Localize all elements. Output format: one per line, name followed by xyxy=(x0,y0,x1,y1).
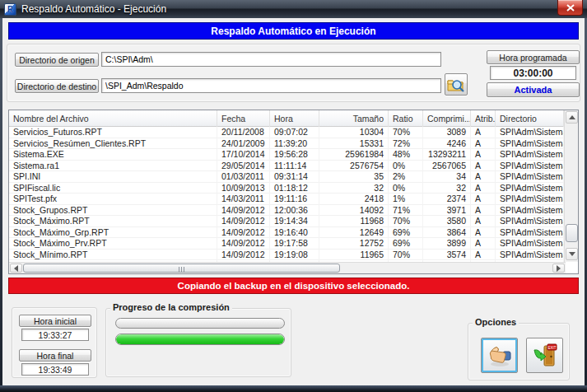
column-header-ratio[interactable]: Ratio xyxy=(389,110,423,127)
scroll-up-button[interactable] xyxy=(566,111,578,124)
table-cell: 25961984 xyxy=(319,149,389,161)
table-row[interactable]: SPITest.pfx14/03/201119:11:1624181%2374A… xyxy=(9,194,564,205)
table-cell: 29/05/2014 xyxy=(217,161,270,172)
table-cell: 10304 xyxy=(319,127,389,138)
table-cell: 14/09/2012 xyxy=(217,238,270,250)
end-time-label: Hora final xyxy=(37,351,74,361)
file-table-body: Servicios_Futuros.RPT20/11/200809:07:021… xyxy=(9,127,564,262)
column-header-name[interactable]: Nombre del Archivo xyxy=(9,110,217,127)
scheduled-time-label: Hora programada xyxy=(499,53,566,63)
table-row[interactable]: Stock_Grupos.RPT14/09/201212:00:36140927… xyxy=(9,205,564,217)
table-cell: 71% xyxy=(389,205,423,217)
scheduled-time-field[interactable]: 03:00:00 xyxy=(490,66,576,80)
table-cell: 11968 xyxy=(319,216,389,227)
table-cell: Servicios_Resúmen_Clientes.RPT xyxy=(9,138,217,150)
table-cell: SPI\Adm\Sistema\ xyxy=(496,216,564,227)
file-table: Nombre del Archivo Fecha Hora Tamaño Rat… xyxy=(8,110,579,274)
close-icon xyxy=(566,4,575,12)
table-row[interactable]: Sistema.EXE17/10/201419:56:282596198448%… xyxy=(9,149,564,161)
table-cell: SPI\Adm\Sistema\ xyxy=(496,227,564,239)
confirm-button[interactable] xyxy=(481,338,518,373)
table-row[interactable]: SPI.INI01/03/201109:31:14352%34ASPI\Adm\… xyxy=(9,171,564,183)
table-cell: 19:19:08 xyxy=(270,250,319,261)
table-cell: SPI.INI xyxy=(9,171,217,183)
table-cell: SPI\Adm\Sistema\ xyxy=(496,138,564,150)
exit-button[interactable]: EXIT xyxy=(526,338,563,373)
table-cell: 19:56:28 xyxy=(270,149,319,161)
directories-groupbox: Directorio de origen Directorio de desti… xyxy=(7,44,580,102)
progress-bar-file xyxy=(115,318,285,329)
table-row[interactable]: Stock_Máximo.RPT14/09/201219:14:34119687… xyxy=(9,216,564,227)
table-cell: 15331 xyxy=(319,138,389,150)
progress-title: Progreso de la compresión xyxy=(110,302,232,312)
dest-directory-button[interactable]: Directorio de destino xyxy=(15,79,99,93)
table-cell: SPI\Adm\Sistema\ xyxy=(496,250,564,261)
table-cell: 3574 xyxy=(423,250,471,261)
column-header-compressed[interactable]: Comprimi... xyxy=(423,110,471,127)
table-cell: 32 xyxy=(423,183,471,194)
table-cell: SPI\Adm\Sistema\ xyxy=(496,238,564,250)
table-cell: 3580 xyxy=(423,216,471,227)
table-cell: 19:16:40 xyxy=(270,227,319,239)
table-cell: SPI\Adm\Sistema\ xyxy=(496,149,564,161)
schedule-status-button[interactable]: Activada xyxy=(487,82,580,97)
table-cell: 2567065 xyxy=(423,161,471,172)
scroll-left-button[interactable] xyxy=(10,264,22,273)
table-row[interactable]: Sistema.ra129/05/201411:11:1425767540%25… xyxy=(9,161,564,172)
table-row[interactable]: Servicios_Futuros.RPT20/11/200809:07:021… xyxy=(9,127,564,138)
horizontal-scrollbar[interactable] xyxy=(9,262,566,273)
table-cell: SPIFiscal.lic xyxy=(9,183,217,194)
table-cell: Stock_Máximo_Grp.RPT xyxy=(9,227,217,239)
start-time-button[interactable]: Hora inicial xyxy=(19,315,91,327)
column-header-directory[interactable]: Directorio xyxy=(496,110,564,127)
table-row[interactable]: Stock_Máximo_Grp.RPT14/09/201219:16:4012… xyxy=(9,227,564,239)
table-row[interactable]: Stock_Máximo_Prv.RPT14/09/201219:17:5812… xyxy=(9,238,564,250)
column-header-size[interactable]: Tamaño xyxy=(319,110,389,127)
horizontal-scroll-thumb[interactable] xyxy=(23,264,340,273)
table-cell: A xyxy=(471,238,496,250)
browse-button[interactable] xyxy=(445,73,468,96)
table-cell: Servicios_Futuros.RPT xyxy=(9,127,217,138)
table-cell: SPI\Adm\Sistema\ xyxy=(496,194,564,205)
window-border-bottom xyxy=(0,385,587,392)
end-time-button[interactable]: Hora final xyxy=(19,349,91,362)
close-button[interactable] xyxy=(557,0,583,16)
table-cell: A xyxy=(471,205,496,217)
table-cell: SPI\Adm\Sistema\ xyxy=(496,205,564,217)
table-cell: A xyxy=(471,161,496,172)
options-title: Opciones xyxy=(473,317,519,327)
table-cell: A xyxy=(471,149,496,161)
origin-directory-input[interactable] xyxy=(101,52,441,67)
exit-door-icon: EXIT xyxy=(533,343,557,368)
column-header-time[interactable]: Hora xyxy=(270,110,319,127)
table-cell: SPI\Adm\Sistema\ xyxy=(496,171,564,183)
scheduled-time-button[interactable]: Hora programada xyxy=(487,50,580,64)
dest-directory-input[interactable] xyxy=(101,78,441,93)
vertical-scroll-thumb[interactable] xyxy=(566,224,578,242)
table-cell: 19:11:16 xyxy=(270,194,319,205)
table-cell: 11:39:20 xyxy=(270,138,319,150)
start-time-label: Hora inicial xyxy=(34,316,77,326)
svg-text:EXIT: EXIT xyxy=(547,345,556,349)
table-cell: A xyxy=(471,250,496,261)
table-cell: 4246 xyxy=(423,138,471,150)
arrow-down-icon xyxy=(569,252,575,256)
table-cell: 3899 xyxy=(423,238,471,250)
table-cell: Stock_Grupos.RPT xyxy=(9,205,217,217)
scroll-down-button[interactable] xyxy=(566,248,578,260)
scroll-right-button[interactable] xyxy=(552,264,565,273)
table-row[interactable]: SPIFiscal.lic10/09/201301:18:12320%32ASP… xyxy=(9,183,564,194)
table-cell: 19:14:34 xyxy=(270,216,319,227)
folder-search-icon xyxy=(447,77,465,93)
window-border-left xyxy=(0,18,2,385)
arrow-up-icon xyxy=(569,115,575,119)
table-cell: 48% xyxy=(389,149,423,161)
column-header-attributes[interactable]: Atrib... xyxy=(471,110,496,127)
table-row[interactable]: Stock_Mínimo.RPT14/09/201219:19:08119657… xyxy=(9,250,564,261)
origin-directory-button[interactable]: Directorio de origen xyxy=(15,53,99,67)
table-cell: 35 xyxy=(319,171,389,183)
vertical-scrollbar[interactable] xyxy=(564,110,578,262)
table-cell: SPI\Adm\Sistema\ xyxy=(496,183,564,194)
column-header-date[interactable]: Fecha xyxy=(217,110,270,127)
table-row[interactable]: Servicios_Resúmen_Clientes.RPT24/01/2009… xyxy=(9,138,564,150)
